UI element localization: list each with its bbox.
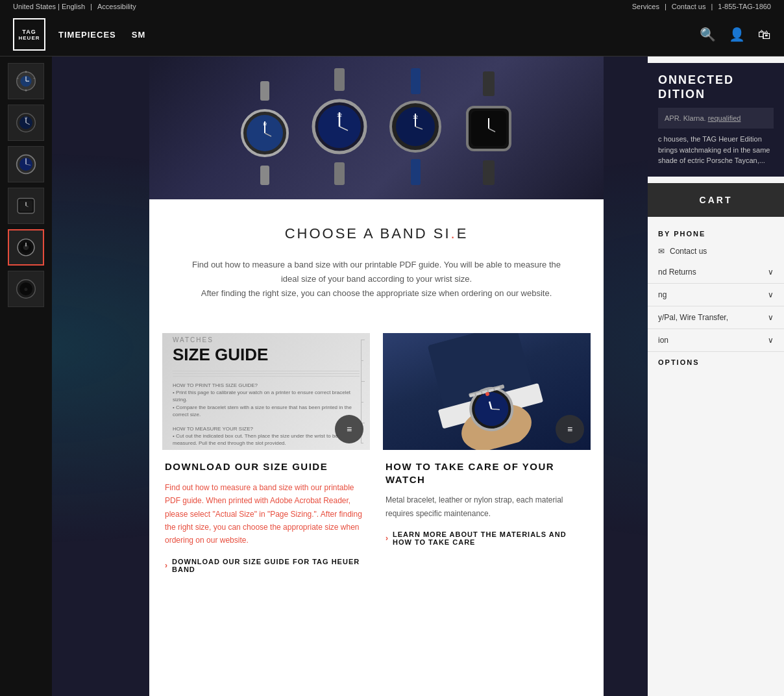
nav-smartwatches[interactable]: SM — [132, 30, 146, 40]
size-guide-heading: SIZE GUIDE — [173, 346, 360, 363]
size-guide-card-title: DOWNLOAD OUR SIZE GUIDE — [165, 460, 367, 473]
watches-display: 12 12 — [223, 56, 531, 199]
payment-chevron-icon: ∨ — [768, 313, 774, 322]
svg-point-4 — [25, 71, 27, 73]
utility-bar: United States | English | Accessibility … — [0, 0, 784, 13]
choose-band-title: CHOOSE A BAND SI.E — [188, 225, 565, 242]
connected-edition-panel: ONNECTED DITION APR. Klarna. requalified… — [648, 63, 784, 177]
payment-accordion[interactable]: y/Pal, Wire Transfer, ∨ — [648, 306, 784, 329]
watch-care-learn-link[interactable]: › LEARN MORE ABOUT THE MATERIALS AND HOW… — [386, 530, 588, 546]
cart-icon[interactable]: 🛍 — [758, 27, 771, 42]
size-guide-card: WATCHES SIZE GUIDE HOW TO PRINT THIS SIZ… — [162, 333, 370, 573]
shipping-chevron-icon: ∨ — [768, 290, 774, 299]
shipping-accordion[interactable]: ng ∨ — [648, 284, 784, 306]
thumbnail-2[interactable]: 12 — [8, 105, 44, 141]
condition-accordion[interactable]: ion ∨ — [648, 329, 784, 352]
size-guide-lines — [173, 371, 360, 377]
svg-point-5 — [25, 90, 27, 92]
watch-care-card-title: HOW TO TAKE CARE OF YOUR WATCH — [386, 460, 588, 486]
condition-chevron-icon: ∨ — [768, 336, 774, 345]
thumbnail-4[interactable] — [8, 188, 44, 224]
watch-display-1: 12 — [236, 81, 294, 188]
returns-accordion[interactable]: nd Returns ∨ — [648, 261, 784, 284]
separator: | — [90, 3, 92, 10]
chevron-right-icon-2: › — [386, 534, 389, 543]
shipping-label: ng — [658, 290, 667, 299]
account-icon[interactable]: 👤 — [729, 27, 745, 42]
svg-rect-35 — [334, 68, 345, 91]
thumbnail-6[interactable]: ⊕ — [8, 271, 44, 307]
thumbnail-3[interactable] — [8, 146, 44, 182]
watch-care-card-desc: Metal bracelet, leather or nylon strap, … — [386, 493, 588, 520]
size-guide-card-body: DOWNLOAD OUR SIZE GUIDE Find out how to … — [162, 460, 370, 573]
watch-display-4 — [459, 71, 518, 188]
svg-text:⊕: ⊕ — [24, 287, 28, 292]
contact-us-text: Contact us — [670, 247, 707, 256]
svg-rect-34 — [260, 166, 269, 185]
size-guide-card-desc: Find out how to measure a band size with… — [165, 481, 367, 547]
options-title: OPTIONS — [648, 352, 784, 373]
svg-rect-54 — [483, 160, 495, 185]
returns-label: nd Returns — [658, 267, 696, 277]
svg-rect-28 — [260, 81, 269, 101]
svg-rect-49 — [483, 71, 495, 96]
region-selector[interactable]: United States | English — [13, 3, 85, 10]
watch-care-card-body: HOW TO TAKE CARE OF YOUR WATCH Metal bra… — [383, 460, 591, 546]
connected-edition-title: ONNECTED DITION — [658, 73, 774, 101]
main-nav: TIMEPIECES SM — [58, 30, 145, 40]
watch-display-3: 12 — [385, 68, 447, 188]
thumbnail-1[interactable] — [8, 63, 44, 99]
header-icons: 🔍 👤 🛍 — [700, 27, 771, 42]
cards-section: WATCHES SIZE GUIDE HOW TO PRINT THIS SIZ… — [149, 314, 604, 592]
main-header: TAG HEUER TIMEPIECES SM 🔍 👤 🛍 — [0, 13, 784, 56]
chevron-right-icon: › — [165, 561, 168, 570]
svg-rect-41 — [334, 162, 345, 185]
product-description: c houses, the TAG Heuer Edition brings w… — [658, 134, 774, 166]
wrist-with-watch — [409, 333, 565, 450]
watch-care-overlay-btn[interactable]: ≡ — [556, 415, 584, 443]
payment-label: y/Pal, Wire Transfer, — [658, 313, 728, 322]
size-guide-instructions: HOW TO PRINT THIS SIZE GUIDE? • Print th… — [173, 382, 360, 447]
main-content: 12 12 — [149, 56, 604, 696]
by-phone-label: BY PHONE — [648, 223, 784, 242]
add-to-cart-button[interactable]: CART — [648, 183, 784, 217]
choose-band-section: CHOOSE A BAND SI.E Find out how to measu… — [149, 199, 604, 314]
watches-label: WATCHES — [173, 336, 360, 343]
accessibility-link[interactable]: Accessibility — [97, 3, 136, 10]
watch-care-image: ≡ — [383, 333, 591, 450]
watch-care-link-text: LEARN MORE ABOUT THE MATERIALS AND HOW T… — [393, 530, 588, 546]
right-panel: ONNECTED DITION APR. Klarna. requalified… — [648, 56, 784, 696]
email-icon: ✉ — [658, 247, 665, 256]
svg-rect-48 — [411, 159, 421, 185]
size-guide-overlay-btn[interactable]: ≡ — [335, 415, 363, 443]
product-thumbnails: 12 ⊕ — [0, 56, 52, 696]
logo-heuer: HEUER — [18, 35, 40, 41]
size-guide-image: WATCHES SIZE GUIDE HOW TO PRINT THIS SIZ… — [162, 333, 370, 450]
returns-chevron-icon: ∨ — [768, 267, 774, 277]
title-dot: . — [451, 225, 457, 242]
logo[interactable]: TAG HEUER — [13, 18, 45, 51]
pipe1: | — [665, 3, 667, 10]
contact-us-link-panel[interactable]: ✉ Contact us — [648, 242, 784, 261]
klarna-panel: APR. Klarna. requalified — [658, 108, 774, 129]
thumbnail-5-active[interactable] — [8, 229, 44, 266]
watch-care-card: ≡ HOW TO TAKE CARE OF YOUR WATCH Metal b… — [383, 333, 591, 573]
pipe2: | — [711, 3, 713, 10]
choose-band-description: Find out how to measure a band size with… — [188, 258, 565, 301]
search-icon[interactable]: 🔍 — [700, 27, 716, 42]
nav-timepieces[interactable]: TIMEPIECES — [58, 30, 116, 40]
contact-us-link[interactable]: Contact us — [672, 3, 706, 10]
klarna-link[interactable]: requalified — [708, 114, 741, 122]
svg-rect-42 — [411, 68, 421, 94]
watch-display-2: 12 — [307, 68, 372, 188]
phone-number: 1-855-TAG-1860 — [718, 3, 771, 10]
page-layout: 12 ⊕ 12 — [0, 56, 784, 696]
hero-image: 12 12 — [149, 56, 604, 199]
size-guide-download-link[interactable]: › DOWNLOAD OUR SIZE GUIDE FOR TAG HEUER … — [165, 558, 367, 573]
size-guide-link-text: DOWNLOAD OUR SIZE GUIDE FOR TAG HEUER BA… — [172, 558, 367, 573]
services-link[interactable]: Services — [632, 3, 659, 10]
logo-tag: TAG — [22, 29, 36, 35]
condition-label: ion — [658, 336, 668, 345]
